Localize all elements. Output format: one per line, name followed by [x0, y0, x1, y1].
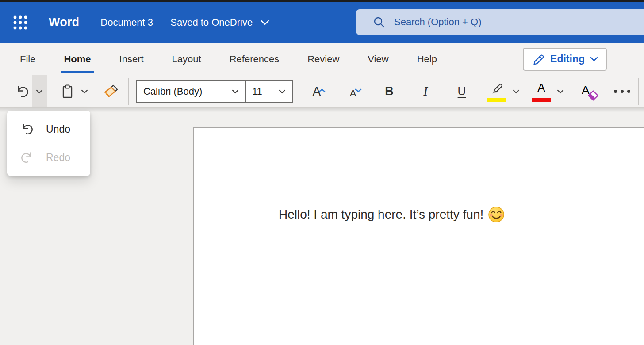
highlight-color-button[interactable] — [484, 77, 509, 106]
title-separator: - — [160, 17, 163, 28]
underline-label: U — [458, 84, 466, 98]
tab-layout[interactable]: Layout — [172, 52, 201, 67]
highlighter-pen-icon — [487, 82, 505, 95]
redo-arrow-icon — [19, 150, 34, 165]
undo-button[interactable] — [12, 77, 32, 106]
word-online-window: Word Document 3 - Saved to OneDrive File… — [0, 0, 644, 345]
document-text: Hello! I am typing here. It’s pretty fun… — [279, 207, 483, 222]
highlight-dropdown-button[interactable] — [509, 77, 524, 106]
chevron-down-icon — [513, 89, 520, 94]
undo-dropdown-button[interactable] — [32, 75, 47, 107]
underline-button[interactable]: U — [449, 77, 474, 106]
shrink-font-button[interactable]: A — [341, 77, 365, 106]
tab-review[interactable]: Review — [307, 52, 339, 67]
font-color-button[interactable]: A — [530, 77, 553, 106]
clipboard-paste-icon — [60, 84, 75, 100]
highlight-color-bar — [487, 98, 506, 102]
more-options-button[interactable] — [608, 77, 636, 106]
clear-formatting-diamond-icon — [587, 90, 599, 101]
save-status: Saved to OneDrive — [170, 17, 253, 28]
ribbon-tabs: File Home Insert Layout References Revie… — [20, 52, 437, 67]
chevron-down-icon — [232, 89, 239, 94]
chevron-down-icon — [557, 89, 564, 94]
document-canvas: Hello! I am typing here. It’s pretty fun… — [0, 108, 644, 345]
app-launcher-button[interactable] — [8, 10, 33, 35]
clear-formatting-button[interactable]: A — [576, 77, 602, 106]
grow-font-caret-icon — [318, 82, 326, 96]
grow-font-button[interactable]: A — [304, 77, 329, 106]
chevron-down-icon — [261, 20, 269, 25]
bold-button[interactable]: B — [377, 77, 402, 106]
font-color-letter: A — [537, 81, 545, 95]
more-options-ellipsis-icon — [614, 90, 617, 93]
tab-help[interactable]: Help — [417, 52, 437, 67]
tab-references[interactable]: References — [230, 52, 280, 67]
tab-file[interactable]: File — [20, 52, 35, 67]
italic-button[interactable]: I — [413, 77, 438, 106]
editing-button-label: Editing — [550, 53, 585, 65]
undo-arrow-icon — [14, 84, 31, 99]
font-size-value: 11 — [252, 86, 279, 97]
paste-button[interactable] — [58, 77, 77, 106]
editing-mode-button[interactable]: Editing — [523, 48, 607, 71]
tab-view[interactable]: View — [368, 52, 388, 67]
search-box[interactable] — [356, 9, 644, 35]
document-paragraph[interactable]: Hello! I am typing here. It’s pretty fun… — [279, 206, 505, 223]
tab-insert[interactable]: Insert — [119, 52, 144, 67]
ribbon-tab-bar: File Home Insert Layout References Revie… — [0, 43, 644, 75]
chevron-down-icon — [81, 89, 88, 94]
font-color-dropdown-button[interactable] — [553, 77, 568, 106]
menu-item-redo[interactable]: Redo — [7, 143, 90, 172]
format-painter-brush-icon — [102, 84, 119, 100]
document-page[interactable]: Hello! I am typing here. It’s pretty fun… — [193, 127, 644, 345]
bold-label: B — [385, 84, 394, 98]
undo-dropdown-menu: Undo Redo — [7, 111, 90, 176]
app-header: Word Document 3 - Saved to OneDrive — [0, 2, 644, 43]
chevron-down-icon — [590, 57, 598, 61]
document-title-group[interactable]: Document 3 - Saved to OneDrive — [100, 17, 269, 28]
chevron-down-icon — [36, 89, 43, 94]
undo-arrow-icon — [19, 122, 34, 136]
shrink-font-caret-icon — [355, 82, 362, 96]
font-color-bar — [532, 98, 551, 102]
quick-toolbar: Calibri (Body) 11 A A B I U — [0, 75, 644, 108]
editing-pencil-icon — [532, 53, 545, 66]
menu-item-undo[interactable]: Undo — [7, 115, 90, 143]
format-painter-button[interactable] — [100, 77, 121, 106]
tab-home[interactable]: Home — [64, 52, 91, 67]
italic-label: I — [423, 84, 428, 99]
smiling-face-emoji — [488, 206, 505, 223]
toolbar-separator — [128, 78, 129, 105]
menu-item-label: Undo — [46, 123, 70, 135]
app-name: Word — [49, 15, 79, 29]
search-icon — [373, 16, 385, 28]
document-name: Document 3 — [100, 17, 153, 28]
font-name-select[interactable]: Calibri (Body) — [136, 80, 246, 103]
menu-item-label: Redo — [46, 152, 70, 164]
chevron-down-icon — [279, 89, 286, 94]
search-input[interactable] — [394, 16, 644, 28]
paste-dropdown-button[interactable] — [77, 77, 92, 106]
app-launcher-waffle-icon — [13, 15, 28, 30]
font-size-select[interactable]: 11 — [245, 80, 293, 103]
toolbar-right-separator — [638, 78, 639, 105]
font-name-value: Calibri (Body) — [143, 86, 232, 97]
